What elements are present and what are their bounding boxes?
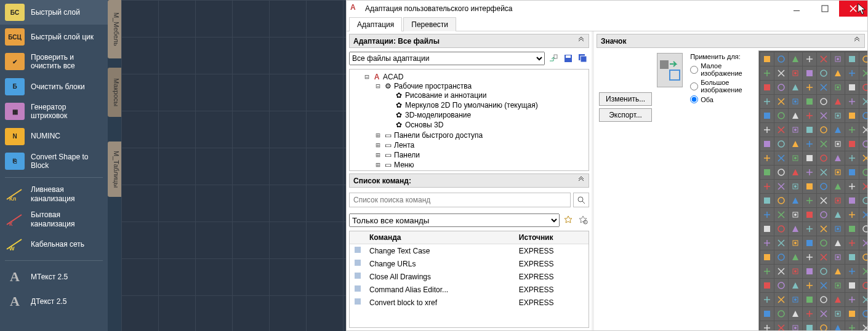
icon-cell[interactable]: [760, 307, 774, 321]
tree-node[interactable]: Рабочие пространства: [394, 82, 472, 90]
icon-cell[interactable]: [817, 52, 830, 66]
icon-cell[interactable]: [831, 194, 845, 207]
icon-cell[interactable]: [803, 180, 816, 193]
icon-cell[interactable]: [859, 194, 867, 207]
icon-cell[interactable]: [859, 321, 867, 330]
icon-cell[interactable]: [774, 265, 788, 278]
icon-cell[interactable]: [760, 208, 774, 221]
icon-cell[interactable]: [774, 222, 788, 236]
icon-cell[interactable]: [760, 52, 774, 66]
cui-file-select[interactable]: Все файлы адаптации: [349, 52, 545, 65]
tree-node[interactable]: ACAD: [383, 73, 403, 81]
close-button[interactable]: [839, 1, 867, 17]
icon-cell[interactable]: [803, 208, 816, 221]
icon-cell[interactable]: [789, 321, 802, 330]
icon-cell[interactable]: [789, 250, 802, 264]
icon-cell[interactable]: [774, 137, 788, 151]
icon-cell[interactable]: [803, 307, 816, 321]
tab-translate[interactable]: Перевести: [403, 17, 456, 31]
tree-node[interactable]: Меню: [394, 161, 414, 169]
icon-cell[interactable]: [774, 321, 788, 330]
icon-cell[interactable]: [831, 95, 845, 108]
icon-cell[interactable]: [789, 66, 802, 80]
icon-cell[interactable]: [789, 81, 802, 94]
icon-cell[interactable]: [817, 109, 830, 122]
icon-cell[interactable]: [831, 222, 845, 236]
icon-cell[interactable]: [845, 180, 859, 193]
tool-item[interactable]: ▦Генератор штриховок: [0, 99, 108, 124]
icon-cell[interactable]: [760, 81, 774, 94]
icon-cell[interactable]: [789, 109, 802, 122]
icon-cell[interactable]: [817, 166, 830, 179]
new-command-icon[interactable]: [563, 215, 574, 226]
icon-cell[interactable]: [845, 52, 859, 66]
icon-cell[interactable]: [789, 194, 802, 207]
icon-cell[interactable]: [859, 180, 867, 193]
icon-cell[interactable]: [817, 307, 830, 321]
command-row[interactable]: Close All DrawingsEXPRESS: [350, 270, 589, 283]
icon-cell[interactable]: [831, 321, 845, 330]
icon-cell[interactable]: [789, 236, 802, 250]
command-row[interactable]: Change URLsEXPRESS: [350, 257, 589, 270]
icon-cell[interactable]: [774, 194, 788, 207]
icon-cell[interactable]: [774, 166, 788, 179]
icon-cell[interactable]: [831, 265, 845, 278]
icon-cell[interactable]: [760, 180, 774, 193]
tool-item[interactable]: NNUMINC: [0, 124, 108, 149]
col-command[interactable]: Команда: [366, 231, 515, 244]
tool-item[interactable]: АМТекст 2.5: [0, 265, 108, 289]
icon-cell[interactable]: [859, 151, 867, 165]
icon-cell[interactable]: [817, 293, 830, 306]
icon-cell[interactable]: [803, 137, 816, 151]
icon-cell[interactable]: [789, 95, 802, 108]
icon-cell[interactable]: [760, 151, 774, 165]
icon-cell[interactable]: [803, 265, 816, 278]
icon-cell[interactable]: [803, 109, 816, 122]
tab-adapt[interactable]: Адаптация: [349, 17, 402, 31]
icon-cell[interactable]: [817, 222, 830, 236]
icon-cell[interactable]: [803, 194, 816, 207]
icon-cell[interactable]: [789, 265, 802, 278]
icon-cell[interactable]: [760, 279, 774, 292]
icon-cell[interactable]: [845, 279, 859, 292]
icon-cell[interactable]: [817, 123, 830, 137]
icon-cell[interactable]: [859, 166, 867, 179]
icon-cell[interactable]: [831, 109, 845, 122]
icon-cell[interactable]: [817, 180, 830, 193]
icon-cell[interactable]: [831, 151, 845, 165]
find-command-icon[interactable]: [578, 215, 589, 226]
icon-cell[interactable]: [774, 123, 788, 137]
icon-cell[interactable]: [803, 52, 816, 66]
icon-cell[interactable]: [859, 250, 867, 264]
icon-cell[interactable]: [789, 166, 802, 179]
icon-cell[interactable]: [845, 166, 859, 179]
icon-cell[interactable]: [774, 151, 788, 165]
icon-cell[interactable]: [831, 166, 845, 179]
icon-cell[interactable]: [859, 279, 867, 292]
icon-cell[interactable]: [817, 151, 830, 165]
load-cui-icon[interactable]: [547, 52, 560, 65]
icon-cell[interactable]: [789, 52, 802, 66]
icon-cell[interactable]: [817, 250, 830, 264]
icon-cell[interactable]: [760, 109, 774, 122]
icon-cell[interactable]: [817, 208, 830, 221]
icon-cell[interactable]: [817, 137, 830, 151]
icon-cell[interactable]: [760, 321, 774, 330]
icon-cell[interactable]: [831, 250, 845, 264]
icon-cell[interactable]: [789, 208, 802, 221]
icon-cell[interactable]: [774, 307, 788, 321]
icon-cell[interactable]: [803, 250, 816, 264]
tool-item[interactable]: WКабельная сеть: [0, 232, 108, 257]
tree-node[interactable]: Рисование и аннотации: [405, 91, 486, 100]
icon-cell[interactable]: [817, 66, 830, 80]
icon-cell[interactable]: [845, 293, 859, 306]
icon-cell[interactable]: [774, 81, 788, 94]
icon-cell[interactable]: [859, 52, 867, 66]
icon-cell[interactable]: [817, 265, 830, 278]
icon-cell[interactable]: [831, 52, 845, 66]
icon-cell[interactable]: [789, 137, 802, 151]
icon-cell[interactable]: [789, 293, 802, 306]
icon-cell[interactable]: [774, 109, 788, 122]
icon-cell[interactable]: [831, 279, 845, 292]
icon-cell[interactable]: [845, 95, 859, 108]
